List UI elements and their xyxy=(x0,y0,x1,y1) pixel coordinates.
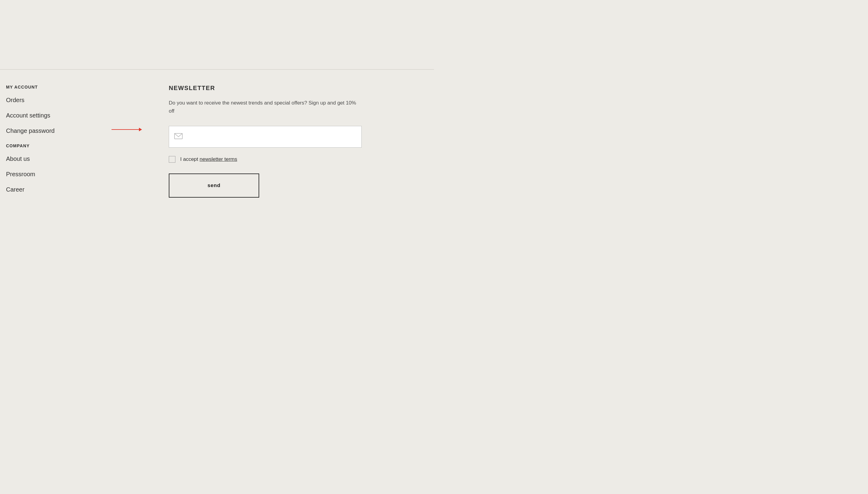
email-input[interactable] xyxy=(169,126,362,148)
arrow-line xyxy=(112,129,142,130)
newsletter-terms-link[interactable]: newsletter terms xyxy=(200,156,237,162)
about-us-link[interactable]: About us xyxy=(6,155,133,163)
newsletter-title: NEWSLETTER xyxy=(169,84,410,92)
terms-row: I accept newsletter terms xyxy=(169,156,410,163)
left-sidebar: MY ACCOUNT Orders Account settings Chang… xyxy=(0,70,145,213)
company-section: COMPANY About us Pressroom Career xyxy=(6,144,133,193)
main-content: MY ACCOUNT Orders Account settings Chang… xyxy=(0,70,434,213)
company-title: COMPANY xyxy=(6,144,133,148)
email-input-wrapper xyxy=(169,126,362,148)
my-account-section: MY ACCOUNT Orders Account settings Chang… xyxy=(6,84,133,134)
terms-label: I accept newsletter terms xyxy=(180,156,237,163)
page-container: MY ACCOUNT Orders Account settings Chang… xyxy=(0,0,434,247)
change-password-link[interactable]: Change password xyxy=(6,128,133,134)
terms-checkbox[interactable] xyxy=(169,156,176,163)
pressroom-link[interactable]: Pressroom xyxy=(6,171,133,178)
my-account-title: MY ACCOUNT xyxy=(6,84,133,90)
send-button[interactable]: send xyxy=(169,173,259,197)
newsletter-section: NEWSLETTER Do you want to receive the ne… xyxy=(145,70,434,213)
career-link[interactable]: Career xyxy=(6,186,133,193)
top-section xyxy=(0,0,434,69)
account-settings-link[interactable]: Account settings xyxy=(6,112,133,119)
newsletter-description: Do you want to receive the newest trends… xyxy=(169,99,362,115)
arrow-annotation xyxy=(112,129,142,130)
orders-link[interactable]: Orders xyxy=(6,97,133,103)
